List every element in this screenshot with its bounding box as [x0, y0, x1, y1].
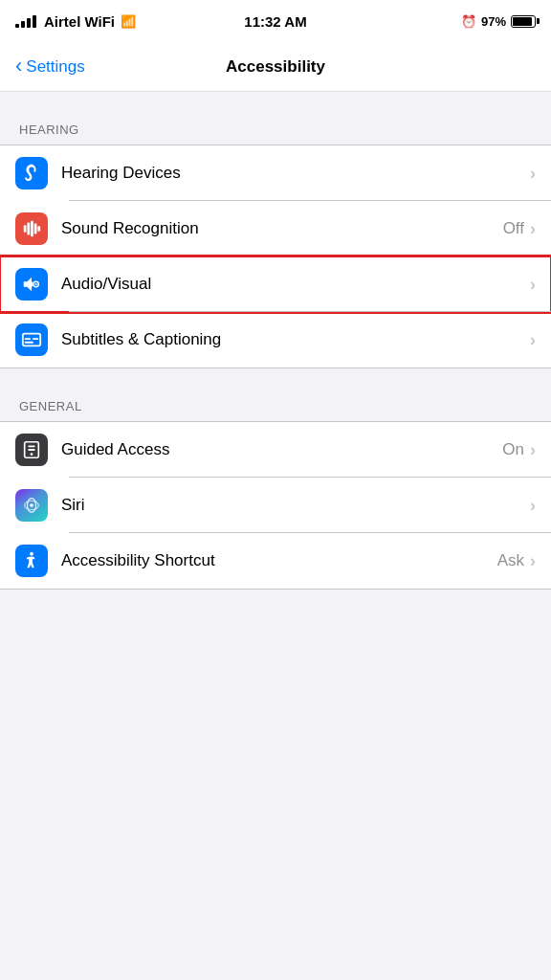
- audio-visual-icon-wrap: [15, 268, 48, 301]
- battery-fill: [513, 17, 532, 26]
- svg-rect-1: [27, 223, 30, 235]
- battery-pct: 97%: [481, 14, 506, 29]
- svg-rect-8: [25, 338, 31, 340]
- sound-icon: [21, 218, 42, 239]
- siri-item[interactable]: Siri ›: [0, 478, 551, 533]
- accessibility-shortcut-icon-wrap: [15, 545, 48, 577]
- subtitles-captioning-item[interactable]: Subtitles & Captioning ›: [0, 312, 551, 368]
- back-button[interactable]: ‹ Settings: [15, 57, 85, 77]
- subtitles-captioning-chevron-icon: ›: [530, 330, 536, 350]
- signal-bar-1: [15, 24, 19, 28]
- svg-point-18: [30, 552, 33, 556]
- status-time: 11:32 AM: [244, 13, 306, 30]
- siri-icon: [21, 495, 42, 516]
- accessibility-shortcut-value: Ask: [497, 551, 524, 570]
- guided-access-chevron-icon: ›: [530, 440, 536, 460]
- hearing-section-header: HEARING: [0, 122, 551, 145]
- svg-rect-9: [33, 338, 38, 340]
- svg-rect-4: [37, 226, 40, 232]
- signal-bar-4: [33, 15, 36, 28]
- hearing-devices-icon-wrap: [15, 157, 48, 189]
- audio-visual-item[interactable]: Audio/Visual ›: [0, 256, 551, 312]
- svg-rect-3: [34, 224, 37, 234]
- audio-visual-label: Audio/Visual: [61, 275, 530, 294]
- siri-icon-wrap: [15, 489, 48, 522]
- back-label: Settings: [26, 57, 84, 77]
- guided-access-item[interactable]: Guided Access On ›: [0, 422, 551, 478]
- svg-rect-2: [31, 221, 33, 237]
- hearing-section: HEARING Hearing Devices ›: [0, 122, 551, 368]
- svg-rect-13: [28, 449, 34, 451]
- signal-bars: [15, 14, 36, 28]
- audio-visual-chevron-icon: ›: [530, 275, 536, 295]
- subtitles-icon: [21, 329, 42, 350]
- back-chevron-icon: ‹: [15, 56, 22, 77]
- hearing-devices-item[interactable]: Hearing Devices ›: [0, 145, 551, 201]
- accessibility-shortcut-label: Accessibility Shortcut: [61, 551, 497, 570]
- sound-recognition-value: Off: [503, 219, 524, 238]
- svg-rect-10: [25, 342, 33, 344]
- page-title: Accessibility: [226, 57, 325, 77]
- general-section-header: GENERAL: [0, 399, 551, 421]
- signal-bar-2: [21, 21, 25, 28]
- general-section: GENERAL Guided Access On ›: [0, 399, 551, 590]
- hearing-devices-chevron-icon: ›: [530, 164, 536, 184]
- siri-chevron-icon: ›: [530, 496, 536, 516]
- sound-recognition-label: Sound Recognition: [61, 219, 503, 238]
- ear-icon: [21, 163, 42, 184]
- sound-recognition-item[interactable]: Sound Recognition Off ›: [0, 201, 551, 256]
- svg-point-14: [31, 453, 33, 456]
- wifi-icon: 📶: [121, 14, 136, 29]
- accessibility-shortcut-chevron-icon: ›: [530, 551, 536, 571]
- signal-bar-3: [27, 18, 31, 28]
- guided-access-value: On: [502, 440, 524, 459]
- hearing-settings-group: Hearing Devices › Sound Recognition Off …: [0, 145, 551, 368]
- subtitles-captioning-icon-wrap: [15, 323, 48, 356]
- subtitles-captioning-label: Subtitles & Captioning: [61, 330, 530, 349]
- svg-point-17: [30, 503, 33, 507]
- svg-rect-12: [28, 445, 34, 447]
- carrier-text: Airtel WiFi: [44, 13, 115, 30]
- svg-rect-0: [24, 225, 27, 232]
- guided-access-label: Guided Access: [61, 440, 502, 459]
- alarm-icon: ⏰: [461, 14, 476, 29]
- audio-visual-icon: [21, 274, 42, 295]
- status-bar: Airtel WiFi 📶 11:32 AM ⏰ 97%: [0, 0, 551, 42]
- svg-point-6: [34, 283, 36, 285]
- guided-access-icon-wrap: [15, 434, 48, 466]
- accessibility-icon: [21, 550, 42, 571]
- nav-bar: ‹ Settings Accessibility: [0, 42, 551, 92]
- general-settings-group: Guided Access On › Siri ›: [0, 421, 551, 590]
- hearing-devices-label: Hearing Devices: [61, 164, 530, 183]
- sound-recognition-icon-wrap: [15, 212, 48, 245]
- guided-access-icon: [21, 439, 42, 460]
- status-left: Airtel WiFi 📶: [15, 13, 136, 30]
- sound-recognition-chevron-icon: ›: [530, 219, 536, 239]
- siri-label: Siri: [61, 496, 530, 515]
- status-right: ⏰ 97%: [461, 14, 536, 29]
- accessibility-shortcut-item[interactable]: Accessibility Shortcut Ask ›: [0, 533, 551, 589]
- battery-icon: [511, 15, 536, 28]
